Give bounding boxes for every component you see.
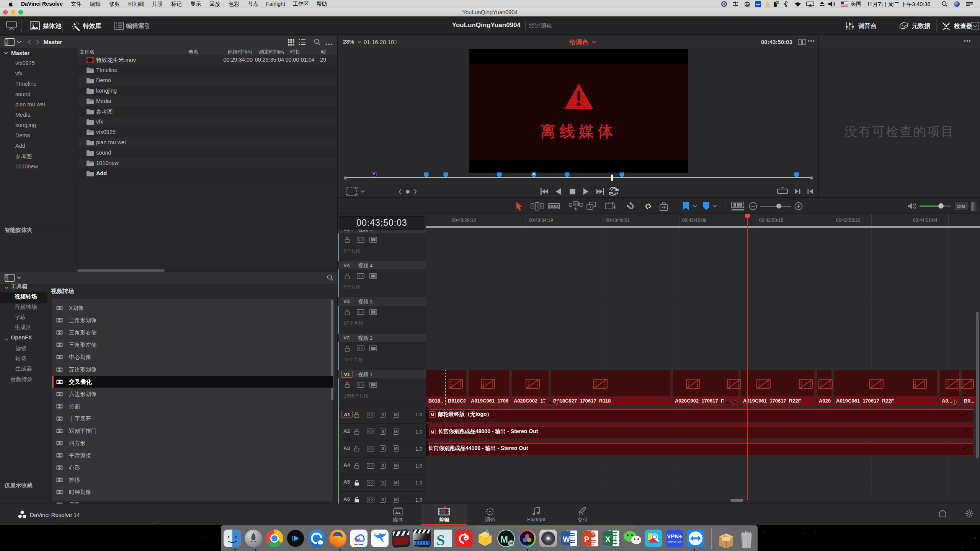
svg-text:W: W: [563, 535, 570, 543]
svg-text:P: P: [584, 535, 589, 543]
svg-text:X: X: [605, 535, 611, 543]
